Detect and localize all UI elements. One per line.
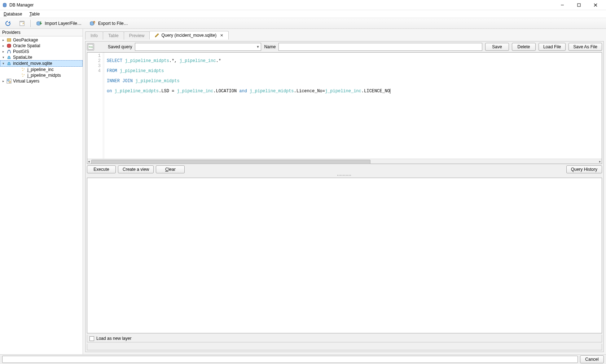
tab-query-label: Query (incident_move.sqlite) xyxy=(161,33,216,38)
providers-panel: Providers ▸ GeoPackage ▸ Oracle Spatial … xyxy=(0,29,83,354)
close-icon[interactable]: ✕ xyxy=(220,33,223,38)
load-file-button[interactable]: Load File xyxy=(539,43,566,51)
svg-point-13 xyxy=(24,68,25,69)
cancel-button[interactable]: Cancel xyxy=(580,355,604,363)
pencil-icon xyxy=(155,33,159,37)
scroll-left-icon[interactable]: ◂ xyxy=(88,160,90,163)
tree-label: incident_move.sqlite xyxy=(13,61,52,66)
toolbar: Import Layer/File… Export to File… xyxy=(0,18,606,29)
create-view-button[interactable]: Create a view xyxy=(118,165,154,173)
sql-code[interactable]: SELECT j_pipeline_midpts.*, j_pipeline_i… xyxy=(105,53,602,159)
collapse-icon[interactable]: ▾ xyxy=(1,56,5,59)
tree-item-virtual-layers[interactable]: ▸ Virtual Layers xyxy=(0,78,83,84)
spatialite-icon xyxy=(6,55,12,60)
query-history-button[interactable]: Query History xyxy=(566,165,602,173)
tree-label: SpatiaLite xyxy=(13,55,32,60)
sql-toggle-button[interactable]: SQL xyxy=(87,43,94,50)
svg-point-16 xyxy=(24,74,25,75)
svg-point-12 xyxy=(22,68,22,68)
db-manager-icon xyxy=(2,3,7,8)
menu-table[interactable]: Table xyxy=(28,11,41,17)
footer-progress-bar xyxy=(2,356,578,363)
saved-query-label: Saved query xyxy=(108,44,132,49)
execute-button[interactable]: Execute xyxy=(87,165,116,173)
delete-button[interactable]: Delete xyxy=(512,43,536,51)
load-as-layer-row: Load as new layer xyxy=(87,335,602,342)
expand-icon[interactable]: ▸ xyxy=(1,79,5,83)
svg-point-11 xyxy=(9,50,9,51)
tree-item-oracle[interactable]: ▸ Oracle Spatial xyxy=(0,43,83,49)
postgis-icon xyxy=(6,49,12,54)
svg-rect-9 xyxy=(7,39,11,41)
svg-rect-2 xyxy=(578,4,580,6)
virtual-layers-icon xyxy=(6,79,12,84)
providers-title: Providers xyxy=(0,29,83,36)
tree-label: Virtual Layers xyxy=(13,79,39,84)
collapse-icon[interactable]: ▾ xyxy=(1,62,5,65)
menubar: Database Table xyxy=(0,10,606,18)
providers-tree[interactable]: ▸ GeoPackage ▸ Oracle Spatial ▸ PostGIS xyxy=(0,36,83,354)
sql-window-button[interactable] xyxy=(17,19,27,27)
point-layer-icon xyxy=(21,67,26,72)
maximize-button[interactable] xyxy=(571,0,587,10)
titlebar-controls xyxy=(554,0,604,10)
splitter-handle[interactable] xyxy=(87,175,602,176)
tree-item-database[interactable]: ▾ incident_move.sqlite xyxy=(0,60,83,67)
tree-label: j_pipeline_inc xyxy=(27,67,54,72)
minimize-button[interactable] xyxy=(554,0,571,10)
svg-point-14 xyxy=(22,70,23,71)
tree-item-table[interactable]: j_pipeline_inc xyxy=(0,67,83,72)
load-as-layer-checkbox[interactable] xyxy=(89,336,94,341)
svg-point-15 xyxy=(22,74,22,74)
load-as-layer-label: Load as new layer xyxy=(96,336,131,341)
query-panel: SQL Saved query ▼ Name Save Delete Load … xyxy=(85,41,604,352)
menu-database[interactable]: Database xyxy=(2,11,23,17)
export-file-label: Export to File… xyxy=(98,21,128,26)
close-button[interactable] xyxy=(587,0,604,10)
expand-icon[interactable]: ▸ xyxy=(1,50,5,53)
svg-rect-6 xyxy=(20,21,24,22)
clear-button[interactable]: Clear xyxy=(156,165,185,173)
import-layer-icon xyxy=(36,20,43,27)
scroll-right-icon[interactable]: ▸ xyxy=(599,160,601,163)
line-number: 4 xyxy=(88,68,101,74)
tab-info[interactable]: Info xyxy=(85,31,103,40)
import-layer-button[interactable]: Import Layer/File… xyxy=(34,19,84,28)
results-panel xyxy=(87,178,602,333)
line-number: 3 xyxy=(88,63,101,68)
svg-point-17 xyxy=(22,76,23,76)
query-name-input[interactable] xyxy=(278,43,482,51)
tab-table[interactable]: Table xyxy=(103,31,124,40)
export-to-file-button[interactable]: Export to File… xyxy=(87,19,131,28)
tree-item-postgis[interactable]: ▸ PostGIS xyxy=(0,49,83,54)
tree-label: j_pipeline_midpts xyxy=(27,73,61,78)
tree-label: PostGIS xyxy=(13,49,29,54)
expand-icon[interactable]: ▸ xyxy=(1,38,5,42)
content-area: Info Table Preview Query (incident_move.… xyxy=(83,29,606,354)
refresh-button[interactable] xyxy=(2,19,14,28)
line-gutter: 1 2 3 4 xyxy=(87,53,103,159)
line-number: 1 xyxy=(88,53,101,58)
saved-query-combo[interactable]: ▼ xyxy=(135,43,261,51)
point-layer-icon xyxy=(21,73,26,78)
scroll-thumb[interactable] xyxy=(91,160,598,163)
sql-editor[interactable]: 1 2 3 4 SELECT j_pipeline_midpts.*, j_pi… xyxy=(87,52,602,164)
expand-icon[interactable]: ▸ xyxy=(1,44,5,48)
tab-query[interactable]: Query (incident_move.sqlite) ✕ xyxy=(149,31,229,40)
chevron-down-icon: ▼ xyxy=(256,45,259,49)
tree-label: GeoPackage xyxy=(13,37,38,43)
svg-point-20 xyxy=(9,81,11,83)
tree-item-table[interactable]: j_pipeline_midpts xyxy=(0,72,83,78)
tab-preview[interactable]: Preview xyxy=(124,31,150,40)
tree-item-spatialite[interactable]: ▾ SpatiaLite xyxy=(0,54,83,60)
save-button[interactable]: Save xyxy=(485,43,509,51)
window-title: DB Manager xyxy=(9,3,34,8)
save-as-file-button[interactable]: Save As File xyxy=(568,43,602,51)
name-label: Name xyxy=(264,44,276,49)
editor-horizontal-scrollbar[interactable]: ◂ ▸ xyxy=(87,159,602,164)
tree-item-geopackage[interactable]: ▸ GeoPackage xyxy=(0,37,83,43)
svg-text:SQL: SQL xyxy=(89,46,93,48)
window-titlebar: DB Manager xyxy=(0,0,606,10)
sql-window-icon xyxy=(19,21,25,26)
tabs: Info Table Preview Query (incident_move.… xyxy=(85,31,604,40)
